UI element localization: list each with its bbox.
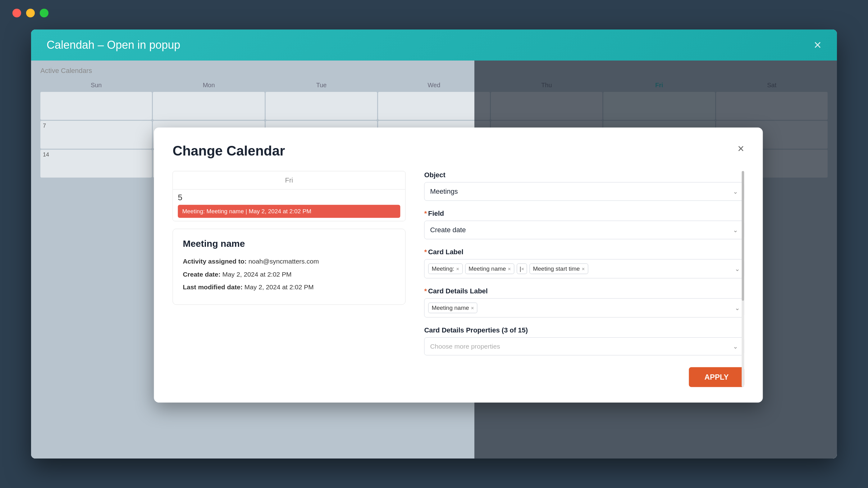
card-label-chevron-icon: ⌄ — [735, 265, 740, 272]
day-header-tue: Tue — [266, 80, 377, 91]
yellow-light[interactable] — [26, 9, 35, 18]
popup-body: Active Calendars Sun Mon Tue Wed Thu Fri… — [31, 61, 837, 458]
card-label-required-star: * — [424, 248, 427, 256]
card-label-label: * Card Label — [424, 248, 744, 256]
tag-separator: | × — [517, 264, 527, 274]
modal-right: Object Meetings ⌄ * Field Creat — [424, 171, 744, 387]
card-details-props-select[interactable]: Choose more properties ⌄ — [424, 337, 744, 355]
mini-calendar-day-label: Fri — [179, 176, 399, 185]
mini-calendar: Fri 5 Meeting: Meeting name | May 2, 202… — [173, 171, 405, 221]
create-date-value: May 2, 2024 at 2:02 PM — [222, 270, 292, 278]
cal-cell — [378, 92, 490, 120]
modal-left: Fri 5 Meeting: Meeting name | May 2, 202… — [173, 171, 405, 387]
tag-remove-icon[interactable]: × — [521, 266, 524, 271]
card-details-props-group: Card Details Properties (3 of 15) Choose… — [424, 326, 744, 355]
cal-cell — [40, 92, 152, 120]
apply-button[interactable]: APPLY — [689, 367, 744, 387]
tag-text: Meeting name — [468, 265, 506, 272]
create-date-label: Create date: — [183, 270, 220, 278]
card-details-label-tags-input[interactable]: Meeting name × ⌄ — [424, 298, 744, 318]
cal-cell: 14 — [40, 150, 152, 177]
card-label-tags-input[interactable]: Meeting: × Meeting name × | × — [424, 259, 744, 279]
tag-meeting-colon: Meeting: × — [428, 264, 463, 274]
popup-close-button[interactable]: × — [814, 38, 822, 52]
activity-value: noah@syncmatters.com — [249, 258, 319, 265]
card-details-required-star: * — [424, 287, 427, 295]
detail-tag-text: Meeting name — [432, 304, 469, 312]
field-group: * Field Create date ⌄ — [424, 209, 744, 239]
day-header-sun: Sun — [40, 80, 152, 91]
change-calendar-modal: Change Calendar × Fri 5 Meeti — [154, 128, 763, 403]
scrollbar[interactable] — [742, 171, 744, 387]
object-value: Meetings — [430, 188, 458, 196]
last-modified-value: May 2, 2024 at 2:02 PM — [245, 284, 314, 291]
properties-placeholder: Choose more properties — [430, 343, 500, 350]
field-required-star: * — [424, 209, 427, 218]
green-light[interactable] — [40, 9, 49, 18]
object-label: Object — [424, 171, 744, 179]
modal-header: Change Calendar × — [173, 143, 744, 159]
tag-remove-icon[interactable]: × — [582, 266, 585, 271]
tag-text: Meeting: — [432, 265, 454, 272]
modal-close-button[interactable]: × — [738, 143, 744, 154]
modal-title: Change Calendar — [173, 143, 285, 159]
card-details-label-group: * Card Details Label Meeting name × ⌄ — [424, 287, 744, 318]
field-value: Create date — [430, 226, 466, 234]
traffic-lights — [12, 9, 49, 18]
cal-cell — [266, 92, 377, 120]
activity-label: Activity assigned to: — [183, 258, 246, 265]
field-select[interactable]: Create date ⌄ — [424, 221, 744, 239]
object-chevron-icon: ⌄ — [733, 188, 738, 195]
object-select[interactable]: Meetings ⌄ — [424, 182, 744, 201]
outer-popup: Calendah – Open in popup × Active Calend… — [31, 30, 837, 458]
modal-content: Fri 5 Meeting: Meeting name | May 2, 202… — [173, 171, 744, 387]
popup-title: Calendah – Open in popup — [46, 38, 180, 52]
day-header-wed: Wed — [378, 80, 490, 91]
tag-text: Meeting start time — [533, 265, 580, 272]
properties-chevron-icon: ⌄ — [733, 343, 738, 350]
detail-tag-meeting-name: Meeting name × — [428, 303, 477, 313]
card-details-label-label: * Card Details Label — [424, 287, 744, 295]
popup-header: Calendah – Open in popup × — [31, 30, 837, 61]
card-details-label-chevron-icon: ⌄ — [735, 304, 740, 312]
cal-cell: 7 — [40, 121, 152, 149]
red-light[interactable] — [12, 9, 21, 18]
card-details-props-label: Card Details Properties (3 of 15) — [424, 326, 744, 334]
meeting-card: Meeting name Activity assigned to: noah@… — [173, 229, 405, 305]
tag-remove-icon[interactable]: × — [508, 266, 511, 271]
mini-calendar-event[interactable]: Meeting: Meeting name | May 2, 2024 at 2… — [178, 205, 400, 218]
tag-remove-icon[interactable]: × — [456, 266, 459, 271]
meeting-card-title: Meeting name — [183, 238, 395, 249]
mini-calendar-date: 5 — [178, 193, 400, 202]
tag-meeting-name: Meeting name × — [465, 264, 514, 274]
card-label-group: * Card Label Meeting: × Meeting name × — [424, 248, 744, 279]
mini-calendar-body: 5 Meeting: Meeting name | May 2, 2024 at… — [173, 190, 405, 221]
cal-cell — [153, 92, 265, 120]
meeting-card-activity: Activity assigned to: noah@syncmatters.c… — [183, 256, 395, 266]
day-header-mon: Mon — [153, 80, 265, 91]
mini-calendar-header: Fri — [173, 171, 405, 190]
object-group: Object Meetings ⌄ — [424, 171, 744, 201]
scrollbar-thumb — [742, 171, 744, 301]
field-chevron-icon: ⌄ — [733, 226, 738, 234]
meeting-card-create-date: Create date: May 2, 2024 at 2:02 PM — [183, 269, 395, 279]
detail-tag-remove-icon[interactable]: × — [471, 305, 474, 311]
tag-meeting-start-time: Meeting start time × — [529, 264, 588, 274]
field-label: * Field — [424, 209, 744, 218]
last-modified-label: Last modified date: — [183, 284, 243, 291]
meeting-card-last-modified: Last modified date: May 2, 2024 at 2:02 … — [183, 282, 395, 292]
